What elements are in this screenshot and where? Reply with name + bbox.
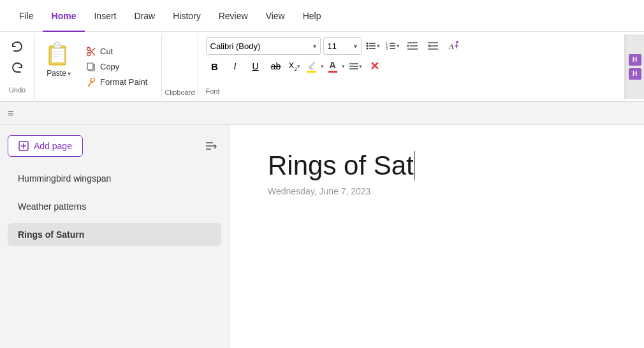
menu-history[interactable]: History bbox=[164, 6, 210, 26]
paste-label: Paste bbox=[47, 69, 66, 78]
menu-view[interactable]: View bbox=[257, 6, 294, 26]
clear-formatting-button[interactable]: ✕ bbox=[366, 57, 384, 75]
ribbon: Undo P bbox=[0, 32, 644, 102]
sidebar: Add page Hummingbird wingspan Weather pa… bbox=[0, 125, 230, 348]
editor-date: Wednesday, June 7, 2023 bbox=[268, 186, 606, 196]
format-paint-label: Format Paint bbox=[100, 77, 147, 87]
svg-rect-3 bbox=[52, 48, 64, 62]
font-section-label: Font bbox=[206, 86, 220, 95]
hamburger-bar: ≡ bbox=[0, 102, 644, 125]
copy-button[interactable]: Copy bbox=[82, 60, 151, 74]
copy-label: Copy bbox=[100, 62, 119, 71]
font-color-button[interactable]: A bbox=[326, 59, 339, 73]
menu-home[interactable]: Home bbox=[43, 6, 85, 26]
cut-label: Cut bbox=[100, 47, 113, 56]
subscript-arrow: ▾ bbox=[297, 63, 300, 69]
undo-label: Undo bbox=[9, 83, 26, 94]
svg-point-7 bbox=[87, 47, 91, 50]
format-paint-icon bbox=[86, 77, 96, 87]
font-section: Calibri (Body) ▾ 11 ▾ ▾ bbox=[198, 34, 625, 99]
underline-button[interactable]: U bbox=[247, 57, 265, 75]
indent-increase-icon bbox=[407, 40, 418, 52]
text-style-button[interactable]: A bbox=[444, 37, 462, 55]
paste-dropdown-arrow[interactable]: ▾ bbox=[68, 70, 71, 77]
text-cursor bbox=[414, 151, 416, 180]
indent-decrease-button[interactable] bbox=[424, 37, 442, 55]
undo-section: Undo bbox=[0, 34, 35, 99]
undo-redo-group bbox=[8, 40, 27, 79]
bullet-list-button[interactable]: ▾ bbox=[364, 40, 381, 52]
numbered-list-icon: 1. 2. 3. bbox=[385, 40, 397, 52]
add-page-label: Add page bbox=[34, 141, 72, 151]
clipboard-actions: Cut Copy Format Paint bbox=[82, 37, 151, 96]
svg-text:A: A bbox=[448, 42, 454, 51]
paste-button[interactable]: Paste ▾ bbox=[40, 37, 77, 80]
font-size-dropdown-icon: ▾ bbox=[354, 43, 357, 50]
clipboard-section-label: Clipboard bbox=[165, 87, 194, 96]
format-paint-button[interactable]: Format Paint bbox=[82, 75, 151, 89]
sidebar-page-3[interactable]: Rings of Saturn bbox=[8, 223, 221, 246]
text-style-icon: A bbox=[448, 40, 459, 52]
sort-button[interactable] bbox=[201, 136, 221, 156]
indent-decrease-icon bbox=[427, 40, 439, 52]
cut-button[interactable]: Cut bbox=[82, 45, 151, 59]
italic-button[interactable]: I bbox=[226, 57, 244, 75]
strikethrough-button[interactable]: ab bbox=[267, 57, 285, 75]
add-page-button[interactable]: Add page bbox=[8, 135, 83, 157]
clear-formatting-icon: ✕ bbox=[370, 59, 379, 73]
menu-insert[interactable]: Insert bbox=[85, 6, 125, 26]
font-color-swatch bbox=[328, 71, 337, 73]
svg-point-14 bbox=[366, 43, 368, 45]
menu-bar: File Home Insert Draw History Review Vie… bbox=[0, 0, 644, 32]
menu-draw[interactable]: Draw bbox=[125, 6, 164, 26]
highlight-dropdown-arrow[interactable]: ▾ bbox=[321, 63, 324, 69]
svg-point-8 bbox=[87, 52, 91, 55]
bullet-dropdown-arrow: ▾ bbox=[377, 43, 380, 49]
editor-area: Rings of Sat Wednesday, June 7, 2023 bbox=[230, 125, 644, 348]
ribbon-expand-btn-1[interactable]: H bbox=[629, 54, 641, 66]
highlight-icon bbox=[306, 60, 316, 70]
sidebar-page-2[interactable]: Weather patterns bbox=[8, 195, 221, 218]
numbered-dropdown-arrow: ▾ bbox=[397, 43, 400, 49]
ribbon-expand-btn-2[interactable]: H bbox=[629, 68, 641, 80]
ribbon-collapsed-panel: H H bbox=[625, 34, 644, 99]
svg-rect-12 bbox=[87, 63, 93, 69]
sidebar-page-1[interactable]: Hummingbird wingspan bbox=[8, 167, 221, 190]
editor-title[interactable]: Rings of Sat bbox=[268, 150, 606, 181]
bold-button[interactable]: B bbox=[206, 57, 224, 75]
font-family-select[interactable]: Calibri (Body) ▾ bbox=[206, 37, 321, 55]
svg-point-16 bbox=[366, 48, 368, 50]
indent-increase-button[interactable] bbox=[404, 37, 421, 55]
undo-button[interactable] bbox=[8, 40, 27, 58]
alignment-icon bbox=[349, 61, 359, 71]
font-family-dropdown-icon: ▾ bbox=[313, 43, 316, 50]
clipboard-section: Paste ▾ Cut bbox=[35, 34, 162, 99]
menu-file[interactable]: File bbox=[10, 6, 43, 26]
cut-icon bbox=[86, 47, 96, 57]
main-content: Add page Hummingbird wingspan Weather pa… bbox=[0, 125, 644, 348]
svg-rect-2 bbox=[55, 42, 59, 45]
svg-text:3.: 3. bbox=[386, 47, 388, 50]
redo-button[interactable] bbox=[8, 61, 27, 79]
menu-help[interactable]: Help bbox=[294, 6, 330, 26]
sidebar-header: Add page bbox=[8, 135, 221, 157]
copy-icon bbox=[86, 62, 96, 72]
numbered-list-button[interactable]: 1. 2. 3. ▾ bbox=[384, 40, 401, 52]
subscript-button[interactable]: X2 ▾ bbox=[288, 61, 302, 72]
font-size-select[interactable]: 11 ▾ bbox=[323, 37, 362, 55]
hamburger-menu-button[interactable]: ≡ bbox=[8, 108, 13, 119]
font-color-dropdown-arrow[interactable]: ▾ bbox=[342, 63, 345, 69]
font-row-1: Calibri (Body) ▾ 11 ▾ ▾ bbox=[206, 37, 617, 55]
highlight-color-button[interactable] bbox=[304, 59, 318, 73]
bullet-list-icon bbox=[365, 40, 377, 52]
font-row-2: B I U ab X2 ▾ ▾ bbox=[206, 57, 617, 75]
sort-icon bbox=[204, 139, 218, 153]
alignment-dropdown-arrow: ▾ bbox=[359, 63, 362, 69]
highlight-color-swatch bbox=[307, 71, 316, 73]
add-page-icon bbox=[18, 141, 29, 151]
alignment-button[interactable]: ▾ bbox=[348, 61, 363, 71]
menu-review[interactable]: Review bbox=[210, 6, 257, 26]
paste-icon bbox=[45, 40, 72, 69]
svg-point-15 bbox=[366, 45, 368, 47]
